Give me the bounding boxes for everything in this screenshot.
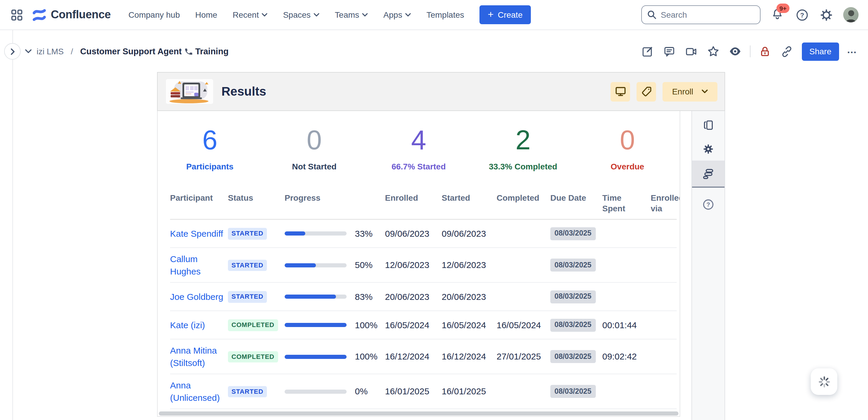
participant-cell: Anna Mitina (Stiltsoft) <box>170 344 228 369</box>
table-header-row: ParticipantStatusProgressEnrolledStarted… <box>170 187 677 220</box>
started-date: 16/01/2025 <box>442 386 486 396</box>
results-view-button[interactable] <box>692 161 724 188</box>
stat-participants: 6Participants <box>158 125 262 171</box>
started-date: 16/12/2024 <box>442 351 486 361</box>
horizontal-scrollbar[interactable] <box>159 412 678 416</box>
chevron-down-icon <box>702 89 708 94</box>
share-button[interactable]: Share <box>802 42 839 61</box>
progress-bar-fill <box>285 231 305 235</box>
progress-bar <box>285 295 347 299</box>
results-panel-header: Results Enroll <box>157 72 725 111</box>
started-date-cell: 12/06/2023 <box>442 260 497 270</box>
nav-menu: Company hubHomeRecentSpacesTeamsAppsTemp… <box>128 10 464 20</box>
stat-label: Overdue <box>575 162 680 171</box>
nav-item-home[interactable]: Home <box>195 10 217 20</box>
video-call-button[interactable] <box>684 44 698 59</box>
user-avatar[interactable] <box>843 7 859 23</box>
table-row: Callum HughesSTARTED50%12/06/202312/06/2… <box>170 248 677 283</box>
enrolled-date: 16/05/2024 <box>385 320 429 330</box>
column-header: Completed <box>497 187 550 203</box>
progress-value-cell: 100% <box>355 351 385 362</box>
column-header: Participant <box>170 187 228 203</box>
started-date-cell: 16/01/2025 <box>442 386 497 397</box>
due-date-cell: 08/03/2025 <box>550 319 602 331</box>
due-date-cell: 08/03/2025 <box>550 290 602 303</box>
page-title: Customer Support Agent Training <box>80 46 229 56</box>
more-actions-button[interactable]: … <box>847 44 857 58</box>
expand-sidebar-button[interactable] <box>4 43 21 60</box>
participant-cell: Kate (izi) <box>170 319 228 331</box>
column-header <box>355 187 385 192</box>
participant-link[interactable]: Anna (Unlicensed) <box>170 379 227 404</box>
completed-date: 27/01/2025 <box>497 351 541 361</box>
share-button-label: Share <box>809 46 831 56</box>
help-button[interactable]: ? <box>795 8 809 22</box>
nav-item-spaces[interactable]: Spaces <box>283 10 319 20</box>
progress-value-cell: 0% <box>355 386 385 397</box>
progress-cell <box>285 389 355 393</box>
stat-value: 6 <box>158 125 262 155</box>
nav-item-recent[interactable]: Recent <box>232 10 268 20</box>
confluence-logo[interactable]: Confluence <box>32 7 111 22</box>
progress-bar <box>285 354 347 359</box>
table-row: Anna Mitina (Stiltsoft)COMPLETED100%16/1… <box>170 340 677 374</box>
gear-icon <box>819 8 833 22</box>
progress-cell <box>285 323 355 327</box>
column-header: Enrolled via <box>651 187 680 214</box>
space-dropdown-chevron[interactable] <box>25 49 32 54</box>
nav-item-apps[interactable]: Apps <box>383 10 411 20</box>
copy-pages-button[interactable] <box>692 114 724 137</box>
enroll-button[interactable]: Enroll <box>662 82 717 101</box>
chevron-down-icon <box>262 13 268 17</box>
edit-button[interactable] <box>640 44 655 59</box>
macro-settings-button[interactable] <box>692 137 724 161</box>
confluence-logo-icon <box>32 7 46 22</box>
participant-link[interactable]: Anna Mitina (Stiltsoft) <box>170 344 227 369</box>
breadcrumb-space-link[interactable]: izi LMS <box>37 46 64 56</box>
participant-link[interactable]: Callum Hughes <box>170 253 227 278</box>
progress-cell <box>285 295 355 299</box>
progress-value: 33% <box>355 228 373 238</box>
started-date: 12/06/2023 <box>442 260 486 270</box>
copy-link-button[interactable] <box>780 44 794 59</box>
present-mode-button[interactable] <box>611 82 630 101</box>
search-input[interactable] <box>641 5 761 24</box>
time-spent-cell: 00:01:44 <box>602 320 651 330</box>
nav-right-cluster: 9+ ? <box>641 5 859 24</box>
notifications-button[interactable]: 9+ <box>771 8 785 22</box>
nav-item-company-hub[interactable]: Company hub <box>128 10 180 20</box>
progress-cell <box>285 263 355 267</box>
favourite-button[interactable] <box>706 44 720 59</box>
table-body: Kate SpendiffSTARTED33%09/06/202309/06/2… <box>170 220 677 409</box>
status-cell: COMPLETED <box>228 319 285 331</box>
enrolled-date-cell: 16/05/2024 <box>385 320 442 330</box>
page-actions: Share … <box>640 42 857 61</box>
macro-help-button[interactable]: ? <box>692 192 724 216</box>
settings-button[interactable] <box>819 8 833 22</box>
table-row: Kate SpendiffSTARTED33%09/06/202309/06/2… <box>170 220 677 248</box>
app-switcher-icon[interactable] <box>9 8 24 22</box>
link-icon <box>781 45 793 58</box>
participant-link[interactable]: Joe Goldberg <box>170 290 223 303</box>
panel-toolbar: Enroll <box>611 82 717 101</box>
participant-link[interactable]: Kate (izi) <box>170 319 205 331</box>
comments-button[interactable] <box>662 44 676 59</box>
nav-item-label: Home <box>195 10 217 20</box>
table-row: Kate (izi)COMPLETED100%16/05/202416/05/2… <box>170 311 677 340</box>
watch-button[interactable] <box>728 44 742 59</box>
tag-button[interactable] <box>637 82 656 101</box>
nav-item-teams[interactable]: Teams <box>335 10 368 20</box>
stats-row: 6Participants0Not Started466.7% Started2… <box>158 111 680 171</box>
progress-bar <box>285 263 347 267</box>
enrolled-date-cell: 16/12/2024 <box>385 351 442 362</box>
nav-item-templates[interactable]: Templates <box>426 10 464 20</box>
status-badge: STARTED <box>228 260 267 271</box>
plus-icon: + <box>488 9 494 20</box>
svg-text:?: ? <box>800 11 804 19</box>
participant-link[interactable]: Kate Spendiff <box>170 227 223 240</box>
stat-value: 2 <box>471 125 576 155</box>
floating-widget-button[interactable] <box>811 368 837 395</box>
restrictions-button[interactable] <box>758 44 772 59</box>
due-date-badge: 08/03/2025 <box>550 350 595 363</box>
create-button[interactable]: + Create <box>479 5 531 24</box>
